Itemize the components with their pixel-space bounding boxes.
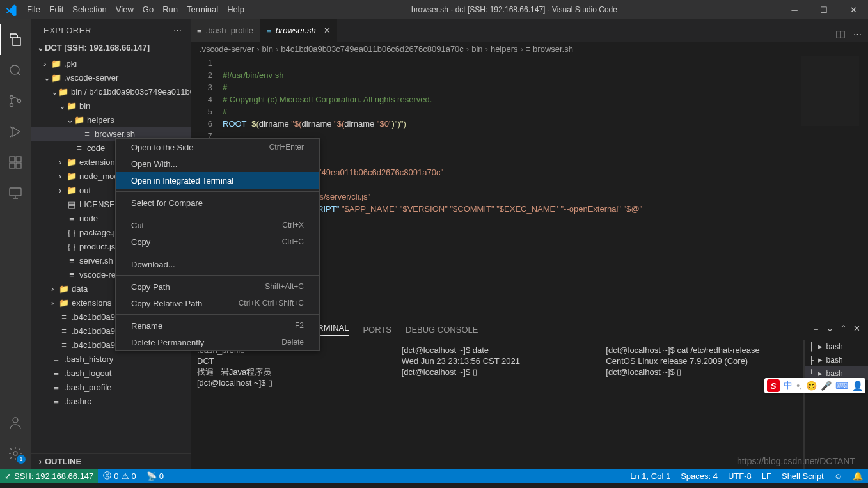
ime-toolbar[interactable]: S 中 •, 😊 🎤 ⌨ 👤	[764, 378, 865, 393]
workspace-root[interactable]: ⌄DCT [SSH: 192.168.66.147]	[31, 42, 191, 54]
tree-item[interactable]: ≡.bash_profile	[31, 380, 191, 394]
tree-item[interactable]: ≡.bashrc	[31, 394, 191, 408]
context-menu-item[interactable]: Copy PathShift+Alt+C	[116, 278, 319, 295]
menubar: FileEditSelectionViewGoRunTerminalHelp	[22, 0, 249, 19]
extensions-icon[interactable]	[0, 147, 31, 178]
more-actions-icon[interactable]: ⋯	[853, 29, 862, 42]
context-menu-item[interactable]: Select for Compare	[116, 194, 319, 211]
context-menu: Open to the SideCtrl+EnterOpen With...Op…	[115, 138, 320, 351]
svg-rect-6	[16, 163, 21, 168]
svg-point-10	[13, 452, 17, 455]
maximize-button[interactable]: ☐	[809, 0, 839, 19]
svg-point-0	[10, 65, 19, 74]
breadcrumb-item[interactable]: bin	[262, 44, 273, 54]
chevron-down-icon[interactable]: ⌄	[826, 324, 833, 335]
split-editor-icon[interactable]	[835, 29, 846, 42]
terminal-pane-3[interactable]: [dct@localhost ~]$ cat /etc/redhat-relea…	[599, 340, 804, 469]
breadcrumb-item[interactable]: helpers	[491, 44, 518, 54]
maximize-panel-icon[interactable]: ⌃	[840, 324, 847, 335]
terminal-pane-2[interactable]: [dct@localhost ~]$ date Wed Jun 23 23:13…	[395, 340, 600, 469]
panel-tab-debug-console[interactable]: DEBUG CONSOLE	[406, 325, 478, 335]
explorer-icon[interactable]	[0, 24, 31, 55]
terminal-pane-1[interactable]: .bash_profile DCT 找遍 岩Java程序员 [dct@local…	[191, 340, 395, 469]
svg-point-9	[13, 418, 18, 423]
settings-icon[interactable]: 1	[0, 438, 31, 469]
svg-rect-5	[10, 163, 15, 168]
close-button[interactable]: ✕	[839, 0, 868, 19]
outline-section[interactable]: ›OUTLINE	[31, 453, 191, 469]
ime-emoji-icon[interactable]: 😊	[806, 381, 817, 391]
language-status[interactable]: Shell Script	[777, 469, 829, 483]
ime-keyboard-icon[interactable]: ⌨	[835, 381, 848, 391]
svg-point-3	[18, 100, 21, 103]
encoding-status[interactable]: UTF-8	[723, 469, 757, 483]
explorer-header: EXPLORER	[43, 26, 91, 35]
more-icon[interactable]: ⋯	[173, 26, 182, 35]
svg-point-1	[10, 96, 13, 99]
menu-terminal[interactable]: Terminal	[182, 0, 223, 19]
minimap[interactable]	[801, 56, 859, 126]
breadcrumb-item[interactable]: .vscode-server	[200, 44, 254, 54]
close-tab-icon[interactable]: ✕	[324, 26, 331, 35]
terminal-list-item[interactable]: ├ ▸ bash	[805, 353, 868, 366]
tree-item[interactable]: ≡.bash_logout	[31, 366, 191, 380]
editor-tabs: ≡.bash_profile≡browser.sh✕ ⋯	[191, 19, 868, 42]
menu-view[interactable]: View	[111, 0, 138, 19]
terminal-list-item[interactable]: ├ ▸ bash	[805, 340, 868, 353]
breadcrumb-item[interactable]: ≡ browser.sh	[526, 44, 573, 54]
new-terminal-icon[interactable]: ＋	[812, 324, 820, 335]
indentation-status[interactable]: Spaces: 4	[675, 469, 723, 483]
context-menu-item[interactable]: Delete PermanentlyDelete	[116, 334, 319, 350]
accounts-icon[interactable]	[0, 407, 31, 438]
ime-punct-icon[interactable]: •,	[796, 381, 802, 391]
breadcrumb[interactable]: .vscode-server›bin›b4c1bd0a9b03c749ea011…	[191, 42, 868, 56]
debug-icon[interactable]	[0, 116, 31, 147]
breadcrumb-item[interactable]: b4c1bd0a9b03c749ea011b06c6d2676c8091a70c	[281, 44, 464, 54]
menu-run[interactable]: Run	[158, 0, 182, 19]
errors-status[interactable]: ⓧ 0 ⚠ 0	[98, 469, 141, 483]
tree-item[interactable]: ⌄📁.vscode-server	[31, 70, 191, 84]
context-menu-item[interactable]: Download...	[116, 256, 319, 272]
notifications-icon[interactable]: 🔔	[848, 469, 868, 483]
context-menu-item[interactable]: Open With...	[116, 155, 319, 172]
sogou-logo-icon: S	[767, 379, 780, 392]
ports-status[interactable]: 📡 0	[141, 469, 169, 483]
editor-tab[interactable]: ≡browser.sh✕	[260, 19, 338, 42]
source-control-icon[interactable]	[0, 86, 31, 116]
menu-edit[interactable]: Edit	[45, 0, 68, 19]
search-icon[interactable]	[0, 55, 31, 86]
ime-voice-icon[interactable]: 🎤	[821, 381, 832, 391]
context-menu-item[interactable]: Open in Integrated Terminal	[116, 172, 319, 189]
ime-settings-icon[interactable]: 👤	[852, 381, 863, 391]
feedback-icon[interactable]: ☺	[829, 469, 848, 483]
vscode-logo	[0, 3, 22, 16]
panel-tab-ports[interactable]: PORTS	[363, 325, 391, 335]
activity-bar: 1	[0, 19, 31, 469]
tree-item[interactable]: ⌄📁helpers	[31, 113, 191, 127]
tree-item[interactable]: ≡.bash_history	[31, 352, 191, 366]
editor-tab[interactable]: ≡.bash_profile	[191, 19, 260, 42]
menu-go[interactable]: Go	[138, 0, 158, 19]
terminal-list: ├ ▸ bash├ ▸ bash└ ▸ bash	[804, 340, 868, 469]
tree-item[interactable]: ⌄📁bin	[31, 98, 191, 113]
context-menu-item[interactable]: CopyCtrl+C	[116, 233, 319, 250]
remote-indicator[interactable]: ⤢SSH: 192.168.66.147	[0, 469, 98, 483]
cursor-position[interactable]: Ln 1, Col 1	[625, 469, 675, 483]
context-menu-item[interactable]: Open to the SideCtrl+Enter	[116, 139, 319, 155]
context-menu-item[interactable]: CutCtrl+X	[116, 217, 319, 233]
eol-status[interactable]: LF	[757, 469, 777, 483]
menu-file[interactable]: File	[22, 0, 45, 19]
close-panel-icon[interactable]: ✕	[853, 324, 860, 335]
svg-point-2	[10, 104, 13, 107]
menu-help[interactable]: Help	[223, 0, 249, 19]
menu-selection[interactable]: Selection	[68, 0, 111, 19]
breadcrumb-item[interactable]: bin	[471, 44, 482, 54]
tree-item[interactable]: ⌄📁bin / b4c1bd0a9b03c749ea011b06c...	[31, 84, 191, 98]
minimize-button[interactable]: ─	[780, 0, 809, 19]
context-menu-item[interactable]: Copy Relative PathCtrl+K Ctrl+Shift+C	[116, 295, 319, 311]
svg-rect-8	[10, 188, 21, 196]
remote-explorer-icon[interactable]	[0, 178, 31, 209]
context-menu-item[interactable]: RenameF2	[116, 317, 319, 334]
tree-item[interactable]: ›📁.pki	[31, 56, 191, 70]
ime-lang[interactable]: 中	[784, 380, 793, 391]
